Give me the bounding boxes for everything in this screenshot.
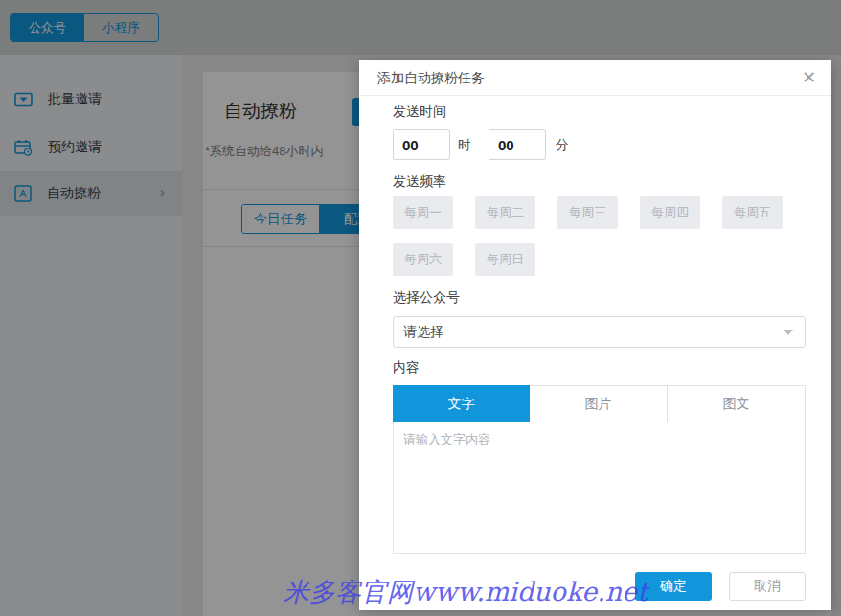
chevron-down-icon [784, 330, 793, 335]
weekday-sunday-button[interactable]: 每周日 [475, 243, 535, 276]
dialog-title: 添加自动撩粉任务 [377, 70, 485, 87]
hour-unit-label: 时 [458, 129, 471, 160]
minute-input[interactable] [489, 129, 546, 160]
app-screen: 公众号 小程序 批量邀请 预约邀请 [0, 0, 841, 616]
content-label: 内容 [393, 359, 420, 376]
account-label: 选择公众号 [393, 289, 460, 307]
weekday-friday-button[interactable]: 每周五 [722, 196, 783, 229]
content-type-tabs: 文字 图片 图文 [393, 385, 806, 422]
weekday-thursday-button[interactable]: 每周四 [640, 196, 700, 229]
tab-image-text[interactable]: 图文 [667, 385, 806, 422]
cancel-button[interactable]: 取消 [729, 572, 806, 601]
text-content-input[interactable] [393, 422, 806, 554]
tab-text[interactable]: 文字 [393, 385, 530, 422]
minute-unit-label: 分 [556, 129, 569, 160]
close-icon[interactable]: ✕ [802, 67, 816, 88]
weekday-saturday-button[interactable]: 每周六 [393, 243, 453, 276]
confirm-button[interactable]: 确定 [635, 572, 712, 601]
account-select[interactable]: 请选择 [393, 316, 806, 348]
dialog-header: 添加自动撩粉任务 ✕ [359, 60, 831, 96]
frequency-label: 发送频率 [393, 173, 446, 191]
account-select-value: 请选择 [403, 317, 443, 347]
hour-input[interactable] [393, 129, 450, 160]
tab-image[interactable]: 图片 [530, 385, 667, 422]
weekday-wednesday-button[interactable]: 每周三 [557, 196, 618, 229]
add-auto-fan-task-dialog: 添加自动撩粉任务 ✕ 发送时间 时 分 发送频率 每周一 每周二 每周三 每周四… [359, 60, 831, 610]
weekday-tuesday-button[interactable]: 每周二 [475, 196, 535, 229]
send-time-label: 发送时间 [393, 103, 446, 121]
weekday-monday-button[interactable]: 每周一 [393, 196, 453, 229]
